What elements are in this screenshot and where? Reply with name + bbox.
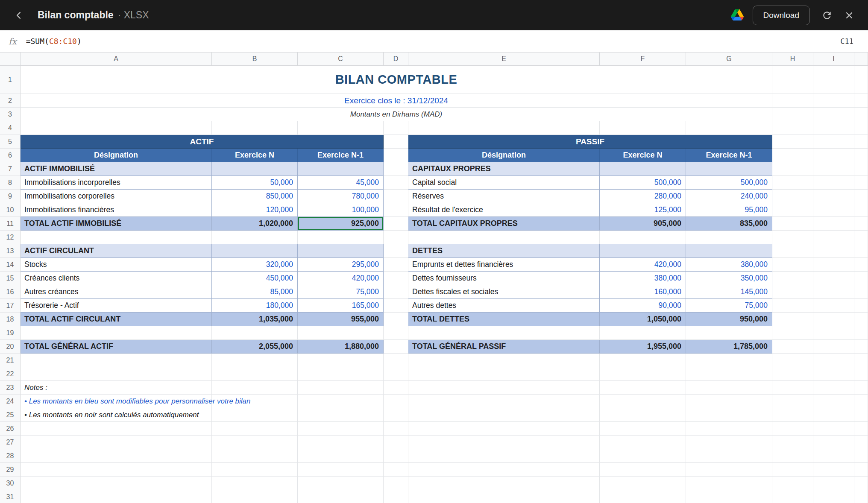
cell-D22[interactable]	[384, 367, 408, 381]
cell-H21[interactable]	[772, 354, 813, 367]
cell-E16[interactable]: Dettes fiscales et sociales	[408, 285, 600, 299]
cell-E6[interactable]: Désignation	[408, 149, 600, 162]
cell-B21[interactable]	[212, 354, 298, 367]
cell-I28[interactable]	[813, 449, 854, 463]
cell-x30[interactable]	[854, 477, 868, 490]
cell-x27[interactable]	[854, 436, 868, 449]
cell-H27[interactable]	[772, 436, 813, 449]
cell-A24[interactable]: • Les montants en bleu sont modifiables …	[21, 395, 212, 408]
cell-x15[interactable]	[854, 272, 868, 285]
cell-D9[interactable]	[384, 190, 408, 203]
row-header-3[interactable]: 3	[0, 108, 21, 121]
cell-G26[interactable]	[686, 422, 772, 436]
cell-A20[interactable]: TOTAL GÉNÉRAL ACTIF	[21, 340, 212, 354]
cell-B22[interactable]	[212, 367, 298, 381]
cell-x16[interactable]	[854, 285, 868, 299]
cell-B25[interactable]	[212, 408, 298, 422]
cell-D16[interactable]	[384, 285, 408, 299]
cell-F15[interactable]: 380,000	[600, 272, 686, 285]
cell-G14[interactable]: 380,000	[686, 258, 772, 272]
cell-G12[interactable]	[686, 231, 772, 244]
cell-G29[interactable]	[686, 463, 772, 477]
cell-E17[interactable]: Autres dettes	[408, 299, 600, 313]
cell-G18[interactable]: 950,000	[686, 313, 772, 326]
row-header-6[interactable]: 6	[0, 149, 21, 162]
cell-H10[interactable]	[772, 203, 813, 217]
cell-I24[interactable]	[813, 395, 854, 408]
cell-F31[interactable]	[600, 490, 686, 503]
cell-x25[interactable]	[854, 408, 868, 422]
cell-B19[interactable]	[212, 326, 298, 340]
cell-x10[interactable]	[854, 203, 868, 217]
cell-B11[interactable]: 1,020,000	[212, 217, 298, 231]
cell-x4[interactable]	[854, 121, 868, 135]
cell-C12[interactable]	[298, 231, 384, 244]
cell-x6[interactable]	[854, 149, 868, 162]
cell-C31[interactable]	[298, 490, 384, 503]
cell-C14[interactable]: 295,000	[298, 258, 384, 272]
cell-E18[interactable]: TOTAL DETTES	[408, 313, 600, 326]
cell-H2[interactable]	[772, 94, 813, 108]
cell-x2[interactable]	[854, 94, 868, 108]
cell-A1[interactable]: BILAN COMPTABLE	[21, 66, 772, 94]
cell-C7[interactable]	[298, 162, 384, 176]
cell-C6[interactable]: Exercice N-1	[298, 149, 384, 162]
row-header-9[interactable]: 9	[0, 190, 21, 203]
cell-I26[interactable]	[813, 422, 854, 436]
cell-F29[interactable]	[600, 463, 686, 477]
open-in-drive-button[interactable]	[728, 6, 747, 25]
cell-C11[interactable]: 925,000	[298, 217, 384, 231]
cell-I22[interactable]	[813, 367, 854, 381]
cell-D23[interactable]	[384, 381, 408, 395]
cell-D27[interactable]	[384, 436, 408, 449]
cell-B20[interactable]: 2,055,000	[212, 340, 298, 354]
cell-E9[interactable]: Réserves	[408, 190, 600, 203]
cell-A11[interactable]: TOTAL ACTIF IMMOBILISÉ	[21, 217, 212, 231]
cell-D28[interactable]	[384, 449, 408, 463]
cell-G25[interactable]	[686, 408, 772, 422]
cell-E23[interactable]	[408, 381, 600, 395]
cell-I19[interactable]	[813, 326, 854, 340]
cell-B29[interactable]	[212, 463, 298, 477]
cell-E10[interactable]: Résultat de l'exercice	[408, 203, 600, 217]
cell-H24[interactable]	[772, 395, 813, 408]
cell-G17[interactable]: 75,000	[686, 299, 772, 313]
row-header-22[interactable]: 22	[0, 367, 21, 381]
cell-F14[interactable]: 420,000	[600, 258, 686, 272]
cell-H28[interactable]	[772, 449, 813, 463]
cell-E26[interactable]	[408, 422, 600, 436]
cell-x9[interactable]	[854, 190, 868, 203]
row-header-8[interactable]: 8	[0, 176, 21, 190]
cell-H20[interactable]	[772, 340, 813, 354]
cell-F13[interactable]	[600, 244, 686, 258]
column-header-E[interactable]: E	[408, 53, 600, 66]
cell-H9[interactable]	[772, 190, 813, 203]
cell-D21[interactable]	[384, 354, 408, 367]
cell-D29[interactable]	[384, 463, 408, 477]
column-header-I[interactable]: I	[813, 53, 854, 66]
cell-I6[interactable]	[813, 149, 854, 162]
cell-I18[interactable]	[813, 313, 854, 326]
cell-B16[interactable]: 85,000	[212, 285, 298, 299]
cell-I4[interactable]	[813, 121, 854, 135]
row-header-26[interactable]: 26	[0, 422, 21, 436]
cell-A3[interactable]: Montants en Dirhams (MAD)	[21, 108, 772, 121]
cell-C28[interactable]	[298, 449, 384, 463]
cell-D12[interactable]	[384, 231, 408, 244]
cell-G21[interactable]	[686, 354, 772, 367]
cell-E20[interactable]: TOTAL GÉNÉRAL PASSIF	[408, 340, 600, 354]
cell-E8[interactable]: Capital social	[408, 176, 600, 190]
cell-A5[interactable]: ACTIF	[21, 135, 384, 149]
cell-I7[interactable]	[813, 162, 854, 176]
cell-A2[interactable]: Exercice clos le : 31/12/2024	[21, 94, 772, 108]
cell-C21[interactable]	[298, 354, 384, 367]
cell-F16[interactable]: 160,000	[600, 285, 686, 299]
cell-I8[interactable]	[813, 176, 854, 190]
cell-E13[interactable]: DETTES	[408, 244, 600, 258]
cell-A4[interactable]	[21, 121, 212, 135]
cell-I16[interactable]	[813, 285, 854, 299]
cell-D24[interactable]	[384, 395, 408, 408]
cell-x24[interactable]	[854, 395, 868, 408]
cell-x3[interactable]	[854, 108, 868, 121]
cell-x31[interactable]	[854, 490, 868, 503]
